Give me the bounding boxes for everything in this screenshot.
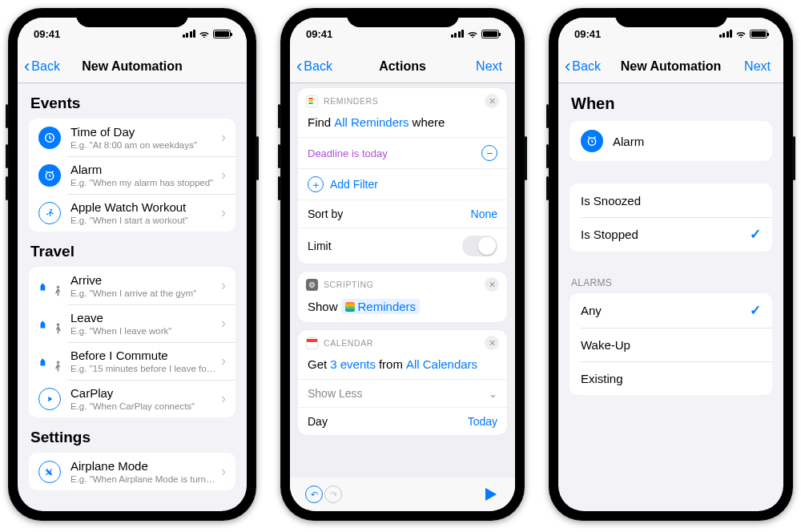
next-button[interactable]: Next [476,59,509,74]
close-icon[interactable]: ✕ [485,277,499,292]
card-app-label: CALENDAR [324,338,479,348]
alarm-option-any[interactable]: Any ✓ [570,293,772,328]
wifi-icon [467,30,478,38]
chevron-left-icon: ‹ [296,58,302,75]
card-app-label: REMINDERS [324,96,479,106]
show-less-row[interactable]: Show Less ⌄ [298,379,507,407]
svg-point-2 [50,208,52,210]
trigger-alarm-row[interactable]: Alarm [570,121,772,161]
airplane-icon [38,461,61,483]
day-value[interactable]: Today [468,415,497,428]
limit-toggle[interactable] [462,236,497,256]
action-card-scripting: ⚙ SCRIPTING ✕ Show Reminders [298,272,507,322]
row-leave[interactable]: Leave E.g. "When I leave work" › [29,304,235,342]
page-title: New Automation [621,59,722,74]
row-alarm[interactable]: Alarm E.g. "When my alarm has stopped" › [29,156,235,194]
alarm-option-existing[interactable]: Existing [570,361,772,395]
battery-icon [750,30,767,38]
option-stopped[interactable]: Is Stopped ✓ [570,217,772,252]
limit-label: Limit [308,240,332,252]
checkmark-icon: ✓ [750,226,761,243]
commute-icon [38,352,61,371]
chevron-right-icon: › [221,390,226,407]
remove-filter-icon[interactable]: − [481,145,497,161]
reminders-app-icon [306,95,318,107]
option-label: Is Snoozed [581,194,761,208]
row-carplay[interactable]: CarPlay E.g. "When CarPlay connects" › [29,380,235,417]
row-subtitle: E.g. "When I start a workout" [70,216,216,225]
arrive-icon [38,276,61,296]
signal-icon [451,30,465,38]
action-get-line[interactable]: Get 3 events from All Calendars [308,357,497,371]
signal-icon [719,30,733,38]
show-label: Show [308,300,338,313]
option-snoozed[interactable]: Is Snoozed [570,183,772,217]
row-subtitle: E.g. "When I arrive at the gym" [70,288,216,298]
row-airplane[interactable]: Airplane Mode E.g. "When Airplane Mode i… [29,453,235,490]
run-button[interactable] [481,485,501,504]
variable-reminders[interactable]: Reminders [341,299,421,314]
where-label: where [413,115,445,129]
svg-point-5 [57,361,60,364]
chevron-right-icon: › [221,463,226,480]
add-filter-label: Add Filter [330,178,378,191]
status-time: 09:41 [306,28,332,40]
row-workout[interactable]: Apple Watch Workout E.g. "When I start a… [29,194,235,232]
row-title: Apple Watch Workout [70,200,216,215]
row-subtitle: E.g. "When I leave work" [70,326,216,336]
day-row[interactable]: Day Today [298,407,507,435]
sort-row[interactable]: Sort by None [298,200,507,228]
section-header-travel: Travel [18,232,247,267]
event-count[interactable]: 3 events [330,357,376,371]
action-card-reminders: REMINDERS ✕ Find All Reminders where Dea… [298,88,507,264]
row-title: Airplane Mode [70,459,216,474]
filter-row[interactable]: Deadline is today − [298,137,507,168]
wifi-icon [735,30,747,38]
section-header-settings: Settings [18,417,247,453]
battery-icon [481,30,499,38]
option-label: Is Stopped [581,228,745,241]
battery-icon [213,30,231,38]
running-icon [38,202,61,224]
row-title: Leave [70,311,216,325]
chevron-right-icon: › [221,129,226,146]
back-button[interactable]: ‹ Back [296,58,332,75]
row-subtitle: E.g. "When my alarm has stopped" [70,178,216,187]
close-icon[interactable]: ✕ [485,336,499,350]
back-button[interactable]: ‹ Back [24,58,60,75]
row-time-of-day[interactable]: Time of Day E.g. "At 8:00 am on weekdays… [29,119,235,156]
row-title: Arrive [70,273,216,288]
undo-button[interactable]: ↶ [304,485,324,504]
target-calendars[interactable]: All Calendars [406,357,477,371]
chevron-left-icon: ‹ [565,58,570,75]
row-subtitle: E.g. "When Airplane Mode is turned on" [70,474,216,484]
close-icon[interactable]: ✕ [485,94,499,108]
target-reminders[interactable]: All Reminders [334,115,409,129]
row-arrive[interactable]: Arrive E.g. "When I arrive at the gym" › [29,267,235,304]
redo-button[interactable]: ↷ [324,485,343,504]
chevron-down-icon: ⌄ [489,388,497,400]
checkmark-icon: ✓ [750,302,761,319]
alarm-option-wakeup[interactable]: Wake-Up [570,328,772,361]
back-button[interactable]: ‹ Back [565,58,601,75]
add-filter-button[interactable]: ＋ Add Filter [298,168,507,200]
plus-circle-icon: ＋ [308,176,324,192]
row-commute[interactable]: Before I Commute E.g. "15 minutes before… [29,342,235,380]
next-button[interactable]: Next [744,59,777,74]
row-subtitle: E.g. "When CarPlay connects" [70,401,216,411]
calendar-app-icon [306,337,318,349]
day-label: Day [308,415,328,428]
chevron-right-icon: › [221,167,226,183]
show-less-label: Show Less [308,387,362,400]
filter-text: Deadline is today [308,147,388,159]
back-label: Back [31,59,60,74]
find-label: Find [308,115,331,129]
chevron-right-icon: › [221,353,226,369]
row-subtitle: E.g. "At 8:00 am on weekdays" [70,140,216,150]
action-show-line[interactable]: Show Reminders [308,299,497,314]
chevron-left-icon: ‹ [24,58,30,75]
from-label: from [379,357,403,371]
back-label: Back [572,59,601,74]
action-find-line[interactable]: Find All Reminders where [308,115,497,129]
sort-value[interactable]: None [471,208,497,220]
